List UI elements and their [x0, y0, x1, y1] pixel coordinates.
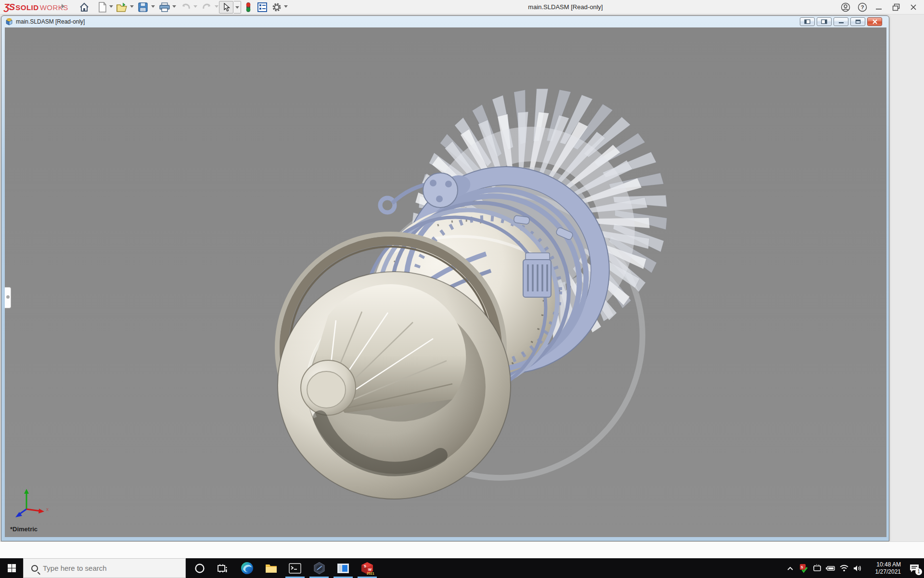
taskbar-search[interactable] [23, 558, 186, 578]
featuremanager-collapsed-tab[interactable] [5, 287, 11, 308]
print-dropdown[interactable] [172, 5, 176, 8]
options-dropdown[interactable] [284, 5, 288, 8]
solidworks-logo: ƷS SOLIDWORKS [4, 2, 68, 13]
redo-dropdown [215, 5, 218, 8]
command-prompt-button[interactable] [284, 558, 306, 578]
restore-button[interactable] [889, 1, 903, 13]
graphics-viewport[interactable]: x *Dimetric [5, 27, 886, 537]
properties-form-button[interactable] [257, 1, 268, 13]
gear-icon [271, 2, 282, 13]
volume-icon [853, 565, 862, 572]
svg-text:S: S [364, 564, 366, 568]
notification-badge: 1 [915, 568, 922, 575]
document-title: main.SLDASM [Read-only] [16, 18, 85, 25]
redo-button[interactable] [201, 1, 213, 13]
svg-text:S: S [801, 565, 803, 569]
task-view-button[interactable] [212, 558, 233, 578]
solidworks-app-button[interactable]: S W 2021 [357, 558, 378, 578]
tray-expand-button[interactable] [783, 558, 797, 578]
pane-right-icon [821, 19, 827, 24]
reference-triad: x [11, 486, 54, 524]
tray-battery-button[interactable] [824, 558, 837, 578]
triad-x-label: x [46, 507, 49, 512]
open-button[interactable] [116, 1, 128, 13]
options-button[interactable] [271, 1, 282, 13]
fitting-flange [423, 173, 458, 208]
close-button[interactable] [907, 1, 920, 13]
search-icon [31, 565, 38, 572]
clock-time: 10:48 AM [867, 561, 901, 568]
taskbar-clock[interactable]: 10:48 AM 1/27/2021 [867, 561, 901, 576]
cortana-button[interactable] [189, 558, 210, 578]
new-document-button[interactable] [97, 1, 108, 13]
doc-restore-button[interactable] [850, 17, 865, 26]
search-input[interactable] [43, 564, 173, 572]
menu-expand-arrow-icon[interactable] [62, 4, 64, 9]
solidworks-year-label: 2021 [367, 572, 374, 575]
minimize-button[interactable] [872, 1, 886, 13]
action-center-button[interactable]: 1 [905, 558, 924, 578]
select-tool-dropdown[interactable] [234, 1, 241, 13]
help-button[interactable]: ? [856, 1, 869, 13]
brand-glyph: ƷS [4, 2, 14, 13]
cortana-icon [194, 563, 205, 574]
save-dropdown[interactable] [151, 5, 155, 8]
document-titlebar[interactable]: main.SLDASM [Read-only] [1, 16, 889, 27]
new-document-dropdown[interactable] [109, 5, 113, 8]
svg-text:?: ? [861, 4, 864, 10]
tray-volume-button[interactable] [851, 558, 864, 578]
stoplight-icon [245, 1, 252, 13]
undo-icon [180, 2, 191, 12]
edge-browser-button[interactable] [236, 558, 257, 578]
print-button[interactable] [159, 1, 170, 13]
doc-restore-icon [855, 19, 861, 24]
select-tool-button[interactable] [219, 1, 233, 13]
taskbar: S W 2021 S 10:48 AM 1/27/2021 [0, 558, 924, 578]
fitting-bolt-3 [436, 196, 443, 202]
command-prompt-icon [289, 563, 301, 574]
doc-close-button[interactable] [867, 17, 882, 26]
lifting-eyelet [380, 198, 395, 212]
apex-face [307, 371, 346, 408]
home-button[interactable] [78, 1, 90, 13]
window-app-button[interactable] [333, 558, 354, 578]
doc-minimize-button[interactable] [834, 17, 848, 26]
hexagon-app-button[interactable] [308, 558, 330, 578]
pane-left-button[interactable] [800, 17, 815, 26]
tray-solidworks-status[interactable]: S [797, 558, 810, 578]
tray-wifi-button[interactable] [837, 558, 851, 578]
app-titlebar: ƷS SOLIDWORKS main.SLDASM [Read-only] [0, 0, 924, 14]
fitting-bolt-2 [445, 181, 452, 187]
save-icon [138, 2, 148, 13]
account-button[interactable] [839, 1, 852, 13]
undo-button[interactable] [180, 1, 192, 13]
chevron-up-icon [787, 566, 794, 571]
windows-logo-icon [8, 564, 16, 572]
solidworks-app-icon: S W 2021 [360, 561, 374, 576]
view-orientation-label: *Dimetric [10, 525, 38, 533]
undo-dropdown [193, 5, 197, 8]
svg-text:W: W [368, 567, 372, 572]
save-button[interactable] [137, 1, 149, 13]
wifi-icon [839, 565, 849, 572]
open-dropdown[interactable] [130, 5, 134, 8]
file-explorer-button[interactable] [260, 558, 282, 578]
clock-date: 1/27/2021 [867, 568, 901, 576]
pane-right-button[interactable] [817, 17, 832, 26]
system-tray: S 10:48 AM 1/27/2021 1 [783, 558, 924, 578]
fitting-bolt-1 [430, 180, 436, 186]
display-icon [812, 564, 822, 573]
start-button[interactable] [0, 558, 23, 578]
select-cursor-icon [222, 3, 230, 12]
form-list-icon [257, 2, 268, 13]
window-title: main.SLDASM [Read-only] [510, 3, 621, 11]
hexagon-app-icon [313, 562, 326, 575]
window-app-icon [337, 563, 349, 574]
tray-display-button[interactable] [810, 558, 824, 578]
rebuild-stoplight-button[interactable] [243, 1, 254, 13]
open-folder-icon [116, 2, 128, 13]
print-icon [159, 2, 170, 13]
restore-icon [892, 3, 900, 11]
assembly-document-icon [5, 18, 13, 26]
status-strip [0, 541, 924, 558]
